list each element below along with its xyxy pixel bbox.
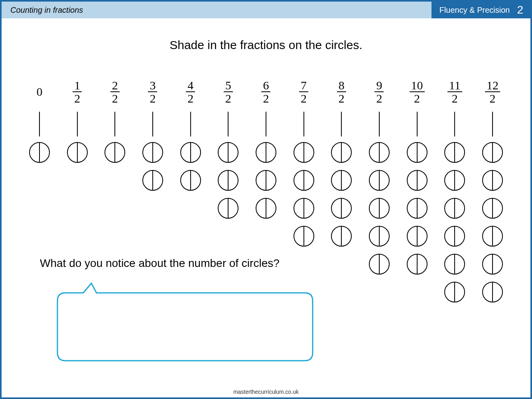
topic-title: Counting in fractions [2,2,432,18]
fraction-column: 112 [437,76,473,303]
fraction-denominator: 2 [261,92,270,105]
half-circle-diagram[interactable] [330,197,353,219]
half-circle-diagram[interactable] [443,281,466,303]
fraction-numerator: 1 [73,79,82,93]
fraction-column: 102 [399,76,435,303]
half-circle-diagram[interactable] [142,169,164,192]
half-circle-diagram[interactable] [481,169,504,192]
half-circle-diagram[interactable] [179,141,202,164]
half-circle-diagram[interactable] [443,197,466,219]
half-circle-diagram[interactable] [255,169,277,192]
circle-stack [437,141,473,303]
half-circle-diagram[interactable] [406,197,428,219]
fraction-numerator: 9 [374,79,384,93]
half-circle-diagram[interactable] [443,253,466,275]
half-circle-diagram[interactable] [443,225,466,247]
half-circle-diagram[interactable] [368,169,390,192]
fraction-label: 42 [173,76,209,108]
fraction-label: 102 [399,76,435,108]
fraction-label: 32 [135,76,171,108]
circle-stack [475,141,510,303]
tick-mark [266,112,266,136]
half-circle-diagram[interactable] [293,169,315,192]
half-circle-diagram[interactable] [406,253,428,275]
fraction-numerator: 8 [337,79,346,93]
circle-stack [210,141,246,219]
tick-mark [228,112,229,136]
fraction: 72 [299,79,308,105]
tick-mark [39,112,40,136]
fraction-numerator: 5 [224,79,233,93]
fraction-denominator: 2 [299,92,308,105]
half-circle-diagram[interactable] [443,169,466,192]
worksheet-page: Counting in fractions Fluency & Precisio… [0,0,532,399]
half-circle-diagram[interactable] [406,169,428,192]
half-circle-diagram[interactable] [330,225,353,247]
tick-mark [152,112,153,136]
fraction-denominator: 2 [73,92,82,105]
fraction-denominator: 2 [450,92,459,105]
half-circle-diagram[interactable] [481,197,504,219]
tick-mark [341,112,342,136]
circle-stack [399,141,435,275]
half-circle-diagram[interactable] [217,197,239,219]
half-circle-diagram[interactable] [217,169,239,192]
half-circle-diagram[interactable] [368,253,390,275]
half-circle-diagram[interactable] [255,197,277,219]
section-label: Fluency & Precision [439,6,510,15]
fraction-denominator: 2 [412,92,422,105]
fraction-label: 52 [210,76,246,108]
fraction-label: 62 [248,76,284,108]
tick-mark [379,112,380,136]
tick-mark [303,112,304,136]
half-circle-diagram[interactable] [255,141,277,164]
half-circle-diagram[interactable] [481,141,504,164]
half-circle-diagram[interactable] [368,197,390,219]
half-circle-diagram[interactable] [481,281,504,303]
half-circle-diagram[interactable] [293,197,315,219]
half-circle-diagram[interactable] [368,141,390,164]
half-circle-diagram[interactable] [66,141,89,164]
tick-mark [190,112,191,136]
half-circle-diagram[interactable] [406,225,428,247]
fraction-numerator: 3 [148,79,157,93]
tick-mark [77,112,78,136]
half-circle-diagram[interactable] [368,225,390,247]
tick-mark [492,112,493,136]
half-circle-diagram[interactable] [293,141,315,164]
half-circle-diagram[interactable] [217,141,239,164]
fraction-denominator: 2 [337,92,346,105]
fraction-numerator: 10 [410,79,425,93]
fraction: 92 [374,79,384,105]
half-circle-diagram[interactable] [481,225,504,247]
circle-stack [59,141,95,164]
fraction-label: 82 [323,76,359,108]
tick-mark [454,112,455,136]
half-circle-diagram[interactable] [28,141,51,164]
half-circle-diagram[interactable] [481,253,504,275]
fraction-denominator: 2 [488,92,497,105]
circle-stack [173,141,209,192]
header-bar: Counting in fractions Fluency & Precisio… [2,2,530,18]
fraction-denominator: 2 [224,92,233,105]
half-circle-diagram[interactable] [330,141,353,164]
fraction-denominator: 2 [186,92,195,105]
fraction-label: 12 [59,76,95,108]
circle-stack [323,141,359,247]
circle-stack [361,141,397,275]
half-circle-diagram[interactable] [293,225,315,247]
fraction: 42 [186,79,195,105]
half-circle-diagram[interactable] [179,169,202,192]
speech-bubble[interactable] [45,281,325,365]
fraction: 12 [73,79,82,105]
half-circle-diagram[interactable] [330,169,353,192]
fraction: 22 [110,79,120,105]
fraction-column: 92 [361,76,397,303]
fraction-label: 0 [22,76,57,108]
fraction-numerator: 6 [261,79,270,93]
half-circle-diagram[interactable] [104,141,126,164]
fraction-column: 122 [475,76,510,303]
half-circle-diagram[interactable] [406,141,428,164]
half-circle-diagram[interactable] [142,141,164,164]
half-circle-diagram[interactable] [443,141,466,164]
